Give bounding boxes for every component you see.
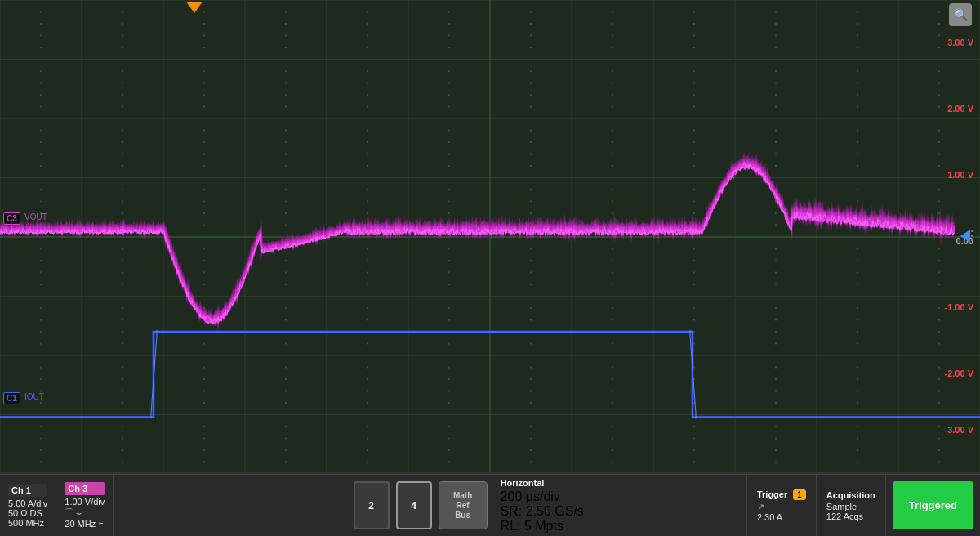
bus-label: Bus: [455, 511, 470, 520]
trigger-badge: 1: [793, 489, 806, 500]
y-label-n1v: -1.00 V: [945, 302, 973, 312]
y-label-1v: 1.00 V: [947, 170, 973, 180]
horizontal-line1: 200 μs/div: [501, 489, 737, 504]
trigger-arrow-indicator: ↗: [757, 502, 806, 512]
c1-name: IOUT: [24, 392, 44, 401]
ch3-section: Ch 3 1.00 V/div ⌒ ⌣ 20 MHz ≈: [56, 475, 114, 536]
c3-name: VOUT: [24, 212, 47, 221]
ch1-line1: 5.00 A/div: [8, 498, 47, 508]
y-label-n2v: -2.00 V: [945, 368, 973, 378]
acq-section: Acquisition Sample 122 Acqs: [817, 475, 886, 536]
btn-math-ref-bus[interactable]: Math Ref Bus: [439, 481, 488, 529]
horizontal-line2: SR: 2.50 GS/s: [501, 504, 737, 519]
ch3-line1: 1.00 V/div: [65, 497, 105, 507]
spacer: [114, 475, 350, 536]
y-label-n3v: -3.00 V: [945, 425, 973, 435]
btn-2[interactable]: 2: [354, 481, 390, 529]
horizontal-section: Horizontal 200 μs/div SR: 2.50 GS/s RL: …: [491, 475, 747, 536]
status-bar: Ch 1 5.00 A/div 50 Ω DS 500 MHz Ch 3 1.0…: [0, 474, 980, 536]
ch1-line3: 500 MHz: [8, 518, 47, 528]
ch1-section: Ch 1 5.00 A/div 50 Ω DS 500 MHz: [0, 475, 56, 536]
btn-4[interactable]: 4: [396, 481, 432, 529]
right-dots-menu[interactable]: ⋮: [965, 231, 977, 240]
waveform-canvas: [0, 0, 980, 474]
ch3-label: C3: [3, 212, 20, 225]
scope-screen: 3.00 V 2.00 V 1.00 V 0.00 -1.00 V -2.00 …: [0, 0, 980, 474]
ch3-title: Ch 3: [65, 482, 105, 495]
horizontal-title: Horizontal: [501, 478, 737, 488]
y-label-3v: 3.00 V: [947, 38, 973, 47]
trigger-section: Trigger 1 ↗ 2.30 A: [747, 475, 817, 536]
ch3-line2: ⌒ ⌣: [65, 507, 105, 519]
ref-label: Ref: [457, 501, 470, 511]
triggered-button[interactable]: Triggered: [893, 481, 973, 529]
trigger-title: Trigger 1: [757, 489, 806, 500]
zoom-icon[interactable]: 🔍: [949, 3, 972, 26]
acq-line1: Sample: [826, 502, 875, 511]
trigger-line1: 2.30 A: [757, 512, 806, 522]
math-label: Math: [453, 491, 472, 501]
acq-title: Acquisition: [826, 490, 875, 500]
acq-line2: 122 Acqs: [826, 511, 875, 521]
trigger-arrow-top: [186, 2, 203, 13]
y-label-2v: 2.00 V: [947, 104, 973, 114]
ch1-title: Ch 1: [8, 484, 47, 497]
ch3-line3: 20 MHz ≈: [65, 519, 105, 529]
ch1-label: C1: [3, 392, 20, 404]
ch1-line2: 50 Ω DS: [8, 508, 47, 518]
horizontal-line3: RL: 5 Mpts: [501, 519, 737, 534]
